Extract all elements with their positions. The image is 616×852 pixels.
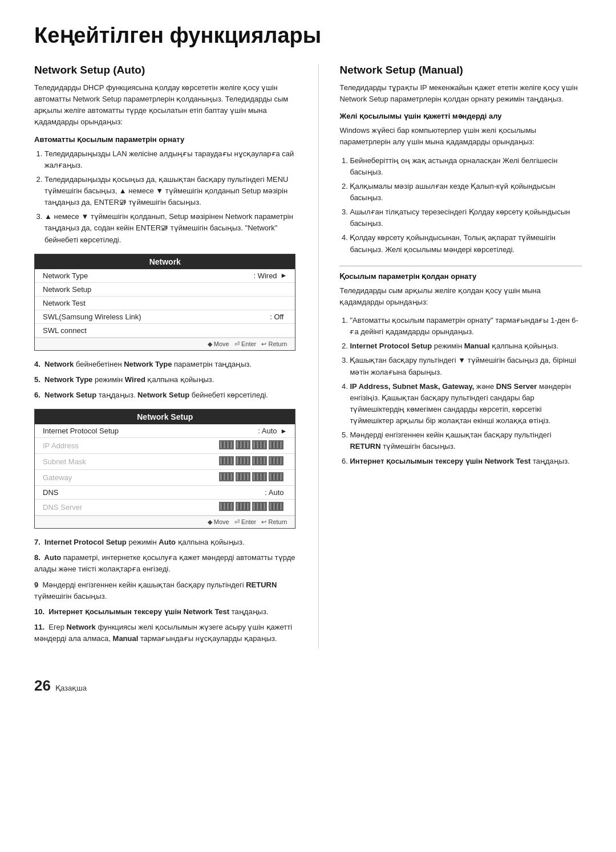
final-steps: 7. Internet Protocol Setup режимін Auto … [34, 537, 295, 644]
ns-footer: ◆ Move ⏎ Enter ↩ Return [35, 516, 295, 528]
network-box-row: Network Test [35, 297, 295, 310]
pixelated-value [219, 456, 283, 465]
list-item: Теледидарыңызды қосыңыз да, қашықтан бас… [44, 174, 295, 208]
network-box-row: Network Type : Wired ► [35, 269, 295, 283]
ns-row: Gateway [35, 470, 295, 486]
ns-value [219, 502, 283, 513]
get-values-steps-list: Бейнеберіттің оң жақ астында орналасқан … [339, 155, 582, 255]
footer-text: ◆ Move ⏎ Enter ↩ Return [208, 340, 287, 348]
network-box-row: SWL connect [35, 324, 295, 338]
list-item: 6. Network Setup таңдаңыз. Network Setup… [34, 390, 295, 401]
list-item: IP Address, Subnet Mask, Gateway, және D… [350, 381, 582, 427]
ns-row: IP Address [35, 438, 295, 454]
list-item: Қалқымалы мәзір ашылған кезде Қалып-күй … [350, 181, 582, 204]
network-box-row: Network Setup [35, 283, 295, 297]
steps-after-network: 4. Network бейнебетінен Network Type пар… [34, 359, 295, 401]
page-language: Қазақша [55, 684, 87, 692]
page-number: 26 [34, 677, 51, 695]
left-intro: Теледидарды DHCP функциясына қолдау көрс… [34, 82, 295, 128]
ns-value [219, 472, 283, 483]
ns-arrow: ► [281, 427, 287, 435]
list-item: Ашылған тілқатысу терезесіндегі Қолдау к… [350, 206, 582, 229]
list-item: Теледидарыңызды LAN желісіне алдыңғы тар… [44, 148, 295, 171]
row-label: Network Test [43, 299, 287, 307]
manual-subtitle: Қосылым параметрін қолдан орнату [339, 272, 582, 281]
right-section-title: Network Setup (Manual) [339, 64, 582, 76]
list-item: ▲ немесе ▼ түймешігін қолданып, Setup мә… [44, 211, 295, 245]
ns-row: DNS : Auto [35, 486, 295, 500]
list-item: Мәндерді енгізгеннен кейін қашықтан басқ… [350, 429, 582, 452]
ns-row: Internet Protocol Setup : Auto ► [35, 424, 295, 438]
left-column: Network Setup (Auto) Теледидарды DHCP фу… [34, 64, 295, 648]
list-item: 10. Интернет қосылымын тексеру үшін Netw… [34, 606, 295, 618]
pixelated-value [219, 472, 283, 481]
list-item: "Автоматты қосылым параметрін орнату" та… [350, 315, 582, 338]
row-label: Network Type [43, 271, 253, 280]
list-item: 11. Егер Network функциясы желі қосылымы… [34, 622, 295, 644]
auto-subtitle: Автоматты қосылым параметрін орнату [34, 135, 295, 144]
auto-steps-list: Теледидарыңызды LAN желісіне алдыңғы тар… [34, 148, 295, 246]
network-box: Network Network Type : Wired ► Network S… [34, 254, 295, 351]
ns-label: Internet Protocol Setup [43, 427, 258, 435]
page-number-row: 26 Қазақша [34, 677, 582, 695]
main-title: Кеңейтілген функциялары [34, 23, 582, 48]
row-label: SWL connect [43, 326, 287, 335]
network-box-header: Network [35, 254, 295, 269]
list-item: Интернет қосылымын тексеру үшін Network … [350, 456, 582, 467]
ns-row: Subnet Mask [35, 454, 295, 470]
pixelated-value [219, 440, 283, 449]
list-item: Қашықтан басқару пультіндегі ▼ түймешігі… [350, 355, 582, 378]
list-item: 8. Auto параметрі, интернетке қосылуға қ… [34, 552, 295, 575]
list-item: Бейнеберіттің оң жақ астында орналасқан … [350, 155, 582, 178]
pixelated-value [219, 502, 283, 511]
row-arrow: ► [281, 271, 287, 279]
list-item: 4. Network бейнебетінен Network Type пар… [34, 359, 295, 370]
ns-label: Subnet Mask [43, 457, 219, 466]
ns-value [219, 456, 283, 467]
network-setup-header: Network Setup [35, 409, 295, 424]
list-item: 9 Мәндерді енгізгеннен кейін қашықтан ба… [34, 579, 295, 602]
network-setup-box: Network Setup Internet Protocol Setup : … [34, 409, 295, 529]
left-section-title: Network Setup (Auto) [34, 64, 295, 76]
manual-intro: Теледидарды сым арқылы желіге қолдан қос… [339, 285, 582, 308]
manual-steps-list: "Автоматты қосылым параметрін орнату" та… [339, 315, 582, 467]
ns-value [219, 440, 283, 451]
right-intro: Теледидарды тұрақты IP мекенжайын қажет … [339, 82, 582, 105]
network-box-row: SWL(Samsung Wireless Link) : Off [35, 310, 295, 324]
list-item: Қолдау көрсету қойындысынан, Толық ақпар… [350, 232, 582, 255]
get-values-intro: Windows жүйесі бар компьютерлер үшін жел… [339, 125, 582, 148]
list-item: 5. Network Type режимін Wired қалпына қо… [34, 374, 295, 386]
ns-label: IP Address [43, 441, 219, 450]
divider [339, 266, 582, 266]
get-values-subtitle: Желі қосылымы үшін қажетті мәндерді алу [339, 112, 582, 120]
ns-label: Gateway [43, 473, 219, 482]
row-value: : Off [270, 313, 283, 321]
ns-value: : Auto [258, 427, 277, 435]
footer-text: ◆ Move ⏎ Enter ↩ Return [208, 518, 287, 526]
right-column: Network Setup (Manual) Теледидарды тұрақ… [318, 64, 582, 648]
row-value: : Wired [253, 271, 277, 280]
ns-row: DNS Server [35, 500, 295, 516]
list-item: Internet Protocol Setup режимін Manual қ… [350, 340, 582, 352]
row-label: Network Setup [43, 285, 287, 294]
ns-label: DNS Server [43, 503, 219, 512]
list-item: 7. Internet Protocol Setup режимін Auto … [34, 537, 295, 548]
network-box-footer: ◆ Move ⏎ Enter ↩ Return [35, 338, 295, 350]
ns-label: DNS [43, 488, 265, 497]
ns-value: : Auto [265, 488, 283, 497]
row-label: SWL(Samsung Wireless Link) [43, 313, 270, 321]
